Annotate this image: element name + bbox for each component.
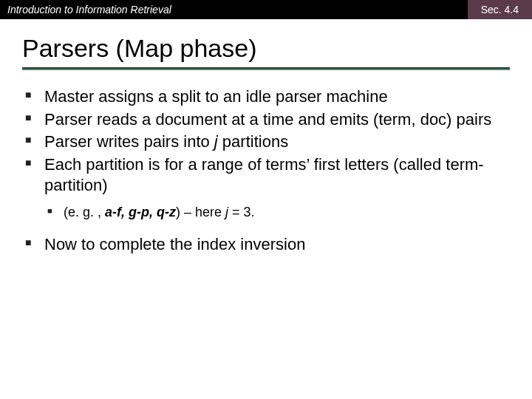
title-block: Parsers (Map phase): [0, 19, 532, 73]
bullet-text: Master assigns a split to an idle parser…: [44, 87, 388, 106]
title-underline: [22, 67, 510, 70]
sub-text: = 3.: [228, 205, 255, 219]
sub-bullet-item: (e. g. , a-f, g-p, q-z) – here j = 3.: [44, 204, 510, 221]
bullet-text: Each partition is for a range of terms’ …: [44, 155, 484, 195]
bullet-text: Parser writes pairs into: [44, 132, 214, 151]
sub-bullet-list: (e. g. , a-f, g-p, q-z) – here j = 3.: [44, 204, 510, 221]
content-area: Master assigns a split to an idle parser…: [0, 73, 532, 256]
bullet-text: Now to complete the index inversion: [44, 235, 305, 253]
header-bar: Introduction to Information Retrieval Se…: [0, 0, 532, 19]
course-title: Introduction to Information Retrieval: [7, 4, 171, 16]
sub-text: (e. g. ,: [64, 205, 105, 219]
bullet-text: Parser reads a document at a time and em…: [44, 110, 491, 129]
bullet-text: partitions: [218, 132, 288, 151]
page-title: Parsers (Map phase): [22, 34, 510, 63]
bullet-list: Master assigns a split to an idle parser…: [22, 86, 510, 256]
bullet-item: Now to complete the index inversion: [22, 234, 510, 256]
sub-bold: a-f, g-p, q-z: [105, 205, 176, 219]
bullet-item: Parser reads a document at a time and em…: [22, 109, 510, 131]
sub-text: ) – here: [176, 205, 225, 219]
section-label: Sec. 4.4: [468, 0, 532, 19]
bullet-item: Master assigns a split to an idle parser…: [22, 86, 510, 108]
bullet-item: Parser writes pairs into j partitions: [22, 132, 510, 153]
bullet-item: Each partition is for a range of terms’ …: [22, 154, 510, 222]
